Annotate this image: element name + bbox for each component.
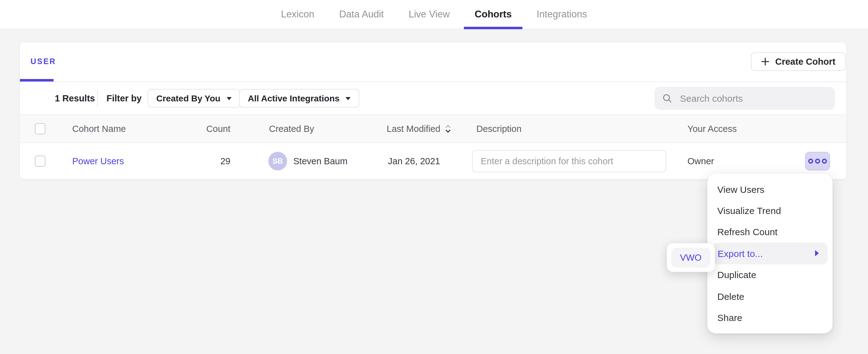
column-created-by: Created By xyxy=(269,124,314,134)
cohorts-panel: USER Create Cohort 1 Results Filter by C… xyxy=(20,42,846,179)
cohort-count: 29 xyxy=(188,156,230,166)
column-last-modified-label: Last Modified xyxy=(387,124,440,134)
cohorts-page: Lexicon Data Audit Live View Cohorts Int… xyxy=(0,0,868,354)
export-submenu: VWO xyxy=(667,243,714,272)
select-all-checkbox[interactable] xyxy=(35,123,45,134)
menu-item-duplicate[interactable]: Duplicate xyxy=(707,264,833,286)
menu-item-export-to[interactable]: Export to... xyxy=(713,243,827,264)
nav-tab-integrations[interactable]: Integrations xyxy=(536,0,587,29)
filter-by-label: Filter by xyxy=(106,93,142,103)
top-nav: Lexicon Data Audit Live View Cohorts Int… xyxy=(0,0,868,29)
nav-tab-data-audit[interactable]: Data Audit xyxy=(339,0,383,29)
chevron-down-icon xyxy=(346,97,351,100)
tab-user[interactable]: USER xyxy=(31,57,56,66)
nav-tab-cohorts[interactable]: Cohorts xyxy=(475,0,512,29)
column-your-access: Your Access xyxy=(687,124,737,134)
created-by-dropdown[interactable]: Created By You xyxy=(148,89,240,108)
nav-tab-live-view[interactable]: Live View xyxy=(408,0,450,29)
create-cohort-button[interactable]: Create Cohort xyxy=(751,52,845,71)
filter-row: 1 Results Filter by Created By You All A… xyxy=(20,82,846,115)
row-checkbox[interactable] xyxy=(35,156,45,167)
column-cohort-name: Cohort Name xyxy=(72,124,126,134)
submenu-item-vwo[interactable]: VWO xyxy=(671,248,710,267)
cohort-name-link[interactable]: Power Users xyxy=(72,156,124,166)
created-by-dropdown-label: Created By You xyxy=(156,93,220,103)
menu-item-refresh-count[interactable]: Refresh Count xyxy=(707,222,833,243)
menu-item-visualize-trend[interactable]: Visualize Trend xyxy=(707,200,833,222)
chevron-down-icon xyxy=(227,97,231,100)
integrations-dropdown[interactable]: All Active Integrations xyxy=(239,89,360,108)
create-cohort-label: Create Cohort xyxy=(775,57,835,67)
nav-tab-lexicon[interactable]: Lexicon xyxy=(281,0,314,29)
description-input[interactable] xyxy=(472,150,666,172)
search-icon xyxy=(662,93,673,103)
table-header: Cohort Name Count Created By Last Modifi… xyxy=(20,115,846,143)
integrations-dropdown-label: All Active Integrations xyxy=(248,93,340,103)
tab-user-underline xyxy=(20,79,54,82)
avatar: SB xyxy=(268,152,287,170)
search-box[interactable] xyxy=(654,87,835,110)
vertical-divider xyxy=(97,90,98,107)
plus-icon xyxy=(761,57,770,66)
row-actions-button[interactable] xyxy=(805,152,830,170)
results-count: 1 Results xyxy=(55,93,95,103)
menu-item-delete[interactable]: Delete xyxy=(707,286,833,307)
menu-item-view-users[interactable]: View Users xyxy=(707,179,833,200)
menu-item-share[interactable]: Share xyxy=(707,307,833,328)
created-by-name: Steven Baum xyxy=(293,156,347,166)
search-input[interactable] xyxy=(679,92,827,104)
column-count: Count xyxy=(188,124,230,134)
context-menu: View Users Visualize Trend Refresh Count… xyxy=(707,173,833,333)
ellipsis-icon xyxy=(808,159,827,164)
last-modified-date: Jan 26, 2021 xyxy=(388,156,440,166)
column-last-modified[interactable]: Last Modified xyxy=(387,124,452,134)
sort-icon[interactable] xyxy=(445,124,452,134)
access-value: Owner xyxy=(687,156,714,166)
submenu-arrow-icon xyxy=(815,250,818,257)
column-description: Description xyxy=(476,124,522,134)
menu-item-export-to-label: Export to... xyxy=(718,248,763,259)
